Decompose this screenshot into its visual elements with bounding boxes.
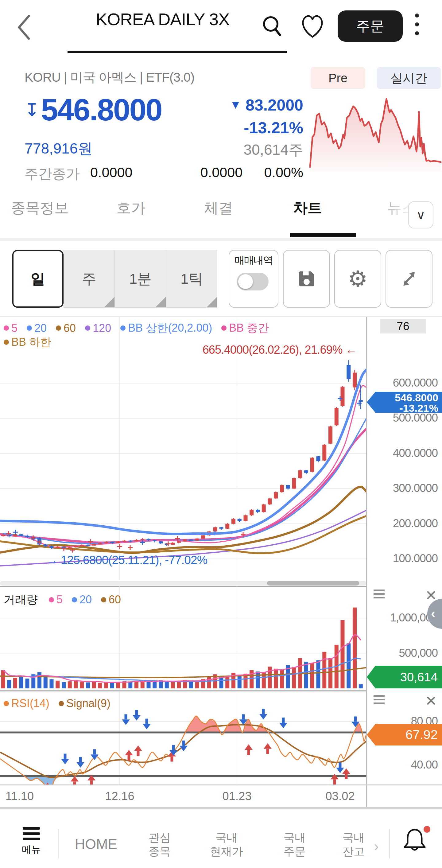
tab-stock-info[interactable]: 종목정보 <box>11 198 69 218</box>
period-1tick-button[interactable]: 1틱 <box>166 250 217 308</box>
legend-item: RSI(14) <box>4 697 50 710</box>
price-axis-label: 600.0000 <box>370 376 438 389</box>
volume-legend: 거래량52060 <box>4 592 121 607</box>
change-value: 83.2000 <box>246 96 303 114</box>
period-1min-button[interactable]: 1분 <box>115 250 166 308</box>
chart-settings-button[interactable]: ⚙ <box>334 250 381 308</box>
price-axis-label: 200.0000 <box>370 517 438 530</box>
bar-count-box: 76 <box>380 319 426 334</box>
price-axis-label: 500.0000 <box>370 411 438 424</box>
expand-icon <box>400 269 419 288</box>
tab-bar: 종목정보 호가 체결 차트 뉴스 ∨ <box>0 193 442 239</box>
current-price-axis-badge: 546.8000 -13.21% <box>367 392 442 413</box>
chevron-down-icon: ∨ <box>416 208 425 222</box>
volume-axis-label: 500,000 <box>370 647 438 659</box>
legend-item: 20 <box>72 593 92 606</box>
dot-icon <box>415 31 419 35</box>
tab-dropdown-button[interactable]: ∨ <box>408 202 433 228</box>
fold-corner <box>104 297 115 307</box>
legend-item: BB 중간 <box>221 320 269 336</box>
pre-market-badge: Pre <box>311 67 365 89</box>
nav-watchlist[interactable]: 관심종목 <box>138 825 181 863</box>
x-axis-label: 03.02 <box>322 790 358 803</box>
legend-item: 5 <box>49 593 63 606</box>
legend-item: 120 <box>85 322 111 335</box>
notification-dot <box>423 826 430 833</box>
save-icon <box>297 269 316 288</box>
week-close-row: 주간종가 0.0000 0.0000 0.00% <box>25 164 303 183</box>
scrollbar-thumb[interactable] <box>267 581 359 586</box>
axis-divider <box>366 785 367 807</box>
more-menu-button[interactable] <box>415 13 419 35</box>
app-screen: KOREA DAILY 3X 주문 KORU | 미국 아멕스 | ETF(3.… <box>0 0 442 868</box>
heart-icon <box>298 12 326 41</box>
notifications-button[interactable] <box>402 825 428 859</box>
header: KOREA DAILY 3X 주문 <box>0 0 442 61</box>
search-button[interactable] <box>260 13 285 40</box>
rsi-axis-label: 40.00 <box>370 758 438 771</box>
rsi-panel-drag-handle-icon[interactable] <box>374 695 385 704</box>
current-price-value: 546.8000 <box>41 92 162 127</box>
volume-panel-drag-handle-icon[interactable] <box>374 590 385 598</box>
mini-sparkline-chart <box>309 91 442 171</box>
toggle-knob <box>238 274 253 289</box>
realtime-badge[interactable]: 실시간 <box>377 67 441 89</box>
nav-menu-button[interactable]: 메뉴 <box>16 827 46 856</box>
high-annotation: 665.4000(26.02.26), 21.69% ← <box>123 343 357 356</box>
toggle-switch[interactable] <box>236 273 269 290</box>
dot-icon <box>415 13 419 18</box>
chart-scrollbar[interactable] <box>0 581 366 586</box>
nav-menu-label: 메뉴 <box>16 843 46 856</box>
back-chevron-icon <box>15 13 34 41</box>
tab-executions[interactable]: 체결 <box>204 198 233 218</box>
nav-more-chevron[interactable]: › <box>374 838 379 855</box>
page-title: KOREA DAILY 3X <box>71 9 255 29</box>
x-axis-label: 01.23 <box>219 790 255 803</box>
trade-history-toggle-button[interactable]: 매매내역 <box>229 250 278 308</box>
down-triangle-icon: ▼ <box>230 98 241 111</box>
gear-icon: ⚙ <box>348 266 368 292</box>
search-icon <box>260 13 285 40</box>
period-week-button[interactable]: 주 <box>64 250 115 308</box>
fold-corner <box>155 297 166 307</box>
tab-chart[interactable]: 차트 <box>293 198 322 218</box>
legend-item: 60 <box>56 322 76 335</box>
current-rsi-badge: 67.92 <box>367 724 442 745</box>
legend-item: 60 <box>101 593 121 606</box>
chevron-left-icon: ‹ <box>431 606 435 621</box>
nav-divider <box>389 829 390 859</box>
badge-percent: -13.21% <box>367 403 438 413</box>
back-button[interactable] <box>15 13 34 41</box>
nav-domestic-order[interactable]: 국내주문 <box>273 825 316 863</box>
hamburger-icon <box>16 827 46 840</box>
change-percent: -13.21% <box>172 119 303 137</box>
chart-controls: 일 주 1분 1틱 매매내역 ⚙ <box>0 249 442 310</box>
favorite-button[interactable] <box>298 12 326 41</box>
main-chart-legend-row2: BB 하한 <box>4 335 51 350</box>
title-underline <box>67 51 287 53</box>
current-price: ↧ 546.8000 <box>25 92 162 127</box>
price-axis-label: 100.0000 <box>370 552 438 565</box>
legend-item: BB 상한(20,2.00) <box>120 320 212 336</box>
nav-domestic-balance[interactable]: 국내잔고 <box>332 825 375 863</box>
main-chart-legend-row1: 52060120BB 상한(20,2.00)BB 중간 <box>4 320 269 336</box>
chart-bottom-border <box>0 807 442 809</box>
save-chart-button[interactable] <box>283 250 330 308</box>
trade-history-label: 매매내역 <box>229 254 278 268</box>
symbol-info: KORU | 미국 아멕스 | ETF(3.0) <box>25 69 194 86</box>
x-axis-label: 11.10 <box>1 790 38 803</box>
legend-item: BB 하한 <box>4 335 51 350</box>
rsi-panel-close-button[interactable]: ✕ <box>425 693 437 709</box>
nav-home[interactable]: HOME <box>70 825 122 863</box>
active-tab-underline <box>290 234 356 237</box>
rsi-legend: RSI(14)Signal(9) <box>4 697 110 710</box>
nav-domestic-price[interactable]: 국내현재가 <box>199 825 254 863</box>
tab-quotes[interactable]: 호가 <box>117 198 146 218</box>
volume-shares: 30,614주 <box>172 140 303 160</box>
current-volume-badge: 30,614 <box>367 666 442 688</box>
x-axis-label: 12.16 <box>101 790 138 803</box>
bottom-nav: 메뉴 HOME 관심종목 국내현재가 국내주문 국내잔고 › <box>0 825 442 865</box>
fullscreen-button[interactable] <box>385 250 433 308</box>
period-day-button[interactable]: 일 <box>12 250 64 308</box>
order-button[interactable]: 주문 <box>338 10 403 42</box>
